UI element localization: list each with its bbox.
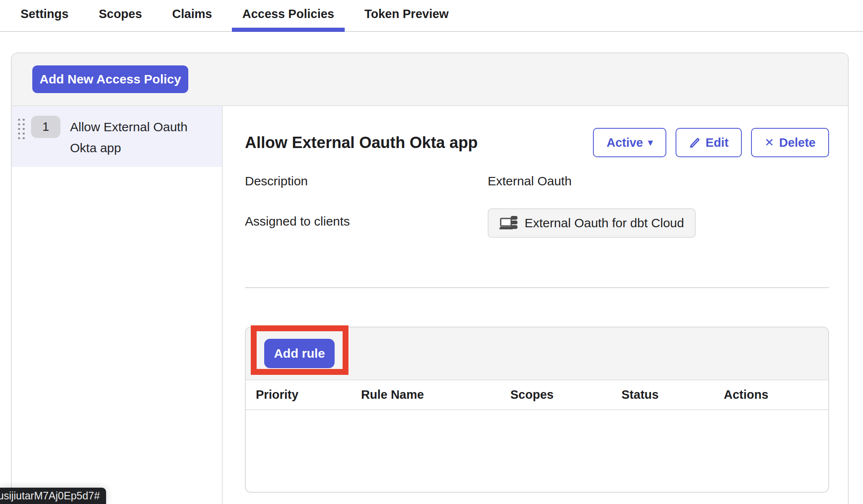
add-new-access-policy-button[interactable]: Add New Access Policy (32, 65, 188, 93)
delete-button[interactable]: ✕ Delete (751, 128, 829, 157)
client-computer-icon (499, 215, 519, 231)
policy-action-buttons: Active ▾ Edit ✕ Delete (593, 128, 829, 157)
rules-table-empty-body (246, 410, 828, 492)
description-value: External Oauth (488, 174, 829, 188)
section-divider (245, 287, 829, 288)
column-header-scopes: Scopes (510, 388, 621, 402)
edit-pencil-icon (689, 137, 701, 148)
policy-name-line1: Allow External Oauth (70, 120, 187, 134)
policy-name: Allow External Oauth Okta app (70, 116, 187, 158)
rules-panel: Add rule Priority Rule Name Scopes Statu… (245, 327, 829, 493)
tab-settings[interactable]: Settings (10, 0, 79, 32)
tab-bar: Settings Scopes Claims Access Policies T… (0, 0, 863, 32)
client-chip-label: External Oauth for dbt Cloud (525, 216, 684, 230)
edit-label: Edit (706, 136, 729, 150)
policy-list-item[interactable]: 1 Allow External Oauth Okta app (12, 106, 222, 167)
status-label: Active (606, 136, 643, 150)
add-rule-button[interactable]: Add rule (264, 339, 335, 368)
policy-detail-pane: Allow External Oauth Okta app Active ▾ E… (223, 106, 848, 504)
column-header-actions: Actions (724, 388, 828, 402)
chevron-down-icon: ▾ (648, 137, 653, 148)
card-body: 1 Allow External Oauth Okta app Allow Ex… (12, 106, 848, 504)
rules-panel-header: Add rule (246, 327, 828, 380)
assigned-clients-label: Assigned to clients (245, 214, 488, 229)
delete-label: Delete (779, 136, 816, 150)
tab-scopes[interactable]: Scopes (88, 0, 152, 32)
close-icon: ✕ (764, 136, 774, 149)
column-header-rule-name: Rule Name (361, 388, 510, 402)
tab-claims[interactable]: Claims (162, 0, 223, 32)
drag-handle-icon[interactable] (18, 119, 25, 139)
rules-table-header: Priority Rule Name Scopes Status Actions (246, 380, 828, 410)
policy-name-line2: Okta app (70, 141, 121, 155)
description-label: Description (245, 174, 488, 188)
client-chip[interactable]: External Oauth for dbt Cloud (488, 208, 696, 238)
policy-list: 1 Allow External Oauth Okta app (12, 106, 223, 504)
url-status-tooltip: usijiutarM7Aj0Ep5d7# (0, 488, 106, 504)
edit-button[interactable]: Edit (676, 128, 742, 157)
column-header-priority: Priority (256, 388, 361, 402)
url-status-text: usijiutarM7Aj0Ep5d7# (0, 490, 100, 502)
tab-access-policies[interactable]: Access Policies (232, 0, 345, 32)
priority-badge: 1 (31, 116, 60, 138)
card-header: Add New Access Policy (12, 53, 848, 106)
policy-title: Allow External Oauth Okta app (245, 128, 478, 157)
policy-fields: Description External Oauth Assigned to c… (245, 174, 829, 238)
status-dropdown-button[interactable]: Active ▾ (593, 128, 666, 157)
column-header-status: Status (621, 388, 724, 402)
tab-token-preview[interactable]: Token Preview (354, 0, 459, 32)
access-policies-card: Add New Access Policy 1 Allow External O… (11, 52, 849, 504)
